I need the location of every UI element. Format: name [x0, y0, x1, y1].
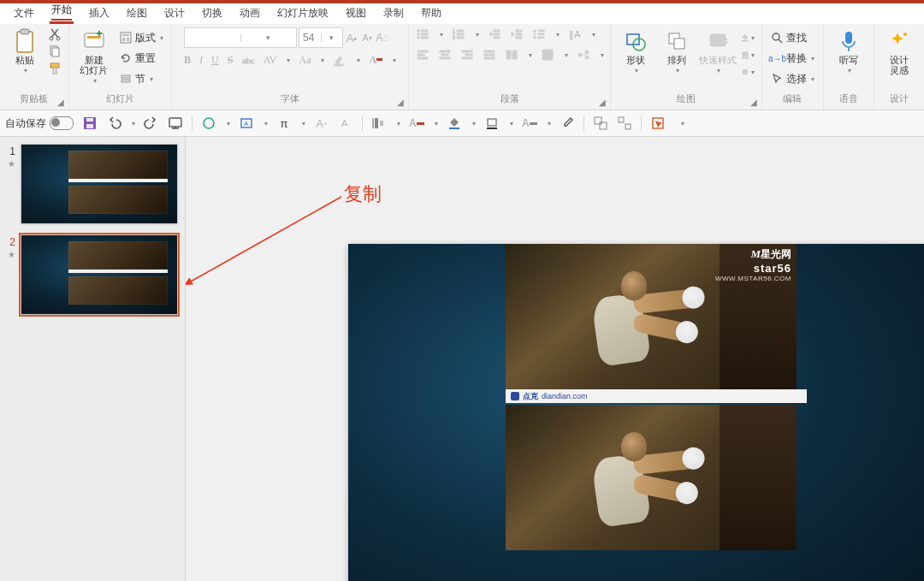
- align-center-icon[interactable]: [438, 48, 452, 62]
- slide-thumb-1[interactable]: 1★: [7, 144, 178, 224]
- svg-point-68: [773, 33, 779, 40]
- shape-outline-qat-icon[interactable]: [484, 116, 500, 131]
- font-name-combo[interactable]: ▾: [184, 27, 297, 48]
- svg-point-19: [417, 33, 419, 36]
- design-ideas-button[interactable]: 设计 灵感: [881, 27, 917, 75]
- format-painter-icon[interactable]: [48, 62, 62, 75]
- increase-font-icon[interactable]: A▴: [345, 31, 358, 44]
- font-size-combo[interactable]: 54▾: [299, 27, 343, 48]
- font-launcher-icon[interactable]: ◢: [395, 97, 406, 107]
- increase-indent-icon[interactable]: [510, 27, 524, 41]
- chevron-down-icon: ▾: [321, 33, 343, 42]
- smartart-icon[interactable]: [577, 48, 590, 62]
- select-button[interactable]: 选择▾: [768, 70, 816, 87]
- underline-button[interactable]: U: [211, 54, 219, 67]
- dictate-button[interactable]: 听写 ▾: [831, 27, 867, 74]
- ungroup-icon[interactable]: [617, 116, 632, 131]
- autosave-toggle[interactable]: 自动保存: [5, 116, 74, 131]
- font-color-icon[interactable]: A: [369, 53, 382, 67]
- change-case-button[interactable]: Aa: [299, 54, 311, 67]
- highlight-icon[interactable]: [333, 53, 346, 67]
- arrange-icon: [665, 29, 689, 53]
- menu-tab-插入[interactable]: 插入: [80, 1, 118, 24]
- menu-tab-视图[interactable]: 视图: [337, 1, 375, 24]
- layout-button[interactable]: 版式▾: [117, 29, 165, 46]
- font-color-qat-icon[interactable]: A: [409, 116, 424, 131]
- shape-outline-icon[interactable]: ▾: [741, 48, 755, 62]
- paste-button[interactable]: 粘贴 ▾: [7, 27, 43, 74]
- menu-tab-帮助[interactable]: 帮助: [412, 1, 450, 24]
- group-icon[interactable]: [593, 116, 608, 131]
- bullets-icon[interactable]: [416, 27, 429, 41]
- paragraph-launcher-icon[interactable]: ◢: [597, 97, 607, 107]
- decrease-font-icon[interactable]: A▾: [360, 31, 374, 44]
- menu-tab-绘图[interactable]: 绘图: [118, 1, 156, 24]
- slide-canvas-area[interactable]: M星光网 star56 WWW.MSTAR56.COM 点克 diandian.…: [186, 137, 924, 581]
- replace-button[interactable]: a→b替换▾: [768, 50, 816, 67]
- decrease-indent-icon[interactable]: [488, 27, 501, 41]
- find-button[interactable]: 查找: [768, 29, 816, 46]
- svg-rect-80: [449, 127, 459, 129]
- align-right-icon[interactable]: [460, 48, 474, 62]
- slide-thumbnail-panel[interactable]: 1★2★: [0, 137, 186, 581]
- redo-icon[interactable]: [144, 116, 159, 131]
- shadow-button[interactable]: abc: [241, 55, 254, 65]
- menu-tab-录制[interactable]: 录制: [375, 1, 412, 24]
- slide-image-bottom[interactable]: [506, 405, 797, 550]
- drawing-launcher-icon[interactable]: ◢: [749, 97, 759, 107]
- clear-formatting-icon[interactable]: A◌: [376, 31, 389, 44]
- shape-circle-icon[interactable]: [201, 116, 216, 131]
- arrange-button[interactable]: 排列 ▾: [659, 27, 695, 74]
- increase-font-qat-icon[interactable]: A+: [314, 116, 329, 131]
- justify-icon[interactable]: [483, 48, 496, 62]
- new-slide-button[interactable]: 新建 幻灯片 ▾: [76, 27, 112, 85]
- selection-pane-icon[interactable]: [650, 116, 666, 131]
- line-spacing-icon[interactable]: [532, 27, 546, 41]
- slide-thumbnail[interactable]: [21, 234, 178, 315]
- clipboard-launcher-icon[interactable]: ◢: [56, 97, 66, 107]
- reset-button[interactable]: 重置: [117, 50, 165, 67]
- chevron-down-icon: ▾: [22, 67, 27, 74]
- quick-styles-button[interactable]: Abc 快速样式 ▾: [700, 27, 736, 74]
- shapes-button[interactable]: 形状 ▾: [618, 27, 654, 74]
- char-spacing-button[interactable]: AV: [264, 54, 277, 67]
- equation-icon[interactable]: π: [276, 116, 292, 131]
- align-objects-icon[interactable]: [371, 116, 387, 131]
- undo-icon[interactable]: [106, 116, 121, 131]
- strike-button[interactable]: S: [228, 54, 234, 67]
- slide-canvas[interactable]: M星光网 star56 WWW.MSTAR56.COM 点克 diandian.…: [348, 244, 924, 581]
- slide-thumb-2[interactable]: 2★: [7, 234, 178, 315]
- slide-image-top[interactable]: M星光网 star56 WWW.MSTAR56.COM: [506, 244, 797, 389]
- slide-thumbnail[interactable]: [21, 144, 178, 224]
- copy-icon[interactable]: [48, 44, 62, 58]
- eyedropper-icon[interactable]: [560, 116, 575, 131]
- columns-icon[interactable]: [505, 48, 518, 62]
- menu-tab-幻灯片放映[interactable]: 幻灯片放映: [269, 1, 337, 24]
- svg-rect-41: [440, 50, 450, 52]
- svg-line-88: [189, 197, 341, 282]
- save-icon[interactable]: [82, 116, 98, 131]
- shape-fill-qat-icon[interactable]: [447, 116, 462, 131]
- decrease-font-qat-icon[interactable]: A-: [338, 116, 353, 131]
- text-effects-qat-icon[interactable]: A: [522, 116, 537, 131]
- shape-effects-icon[interactable]: ▾: [741, 65, 755, 79]
- cut-icon[interactable]: [48, 27, 62, 41]
- menu-tab-切换[interactable]: 切换: [193, 1, 231, 24]
- section-button[interactable]: 节▾: [117, 70, 165, 87]
- menu-tab-开始[interactable]: 开始: [43, 0, 80, 24]
- numbering-icon[interactable]: 123: [452, 27, 465, 41]
- bold-button[interactable]: B: [184, 54, 191, 67]
- text-direction-icon[interactable]: ‖A: [568, 27, 582, 41]
- slideshow-icon[interactable]: [168, 116, 183, 131]
- shape-fill-icon[interactable]: ▾: [741, 31, 755, 44]
- align-text-icon[interactable]: [541, 48, 554, 62]
- svg-rect-81: [488, 119, 496, 126]
- menu-tab-设计[interactable]: 设计: [156, 1, 193, 24]
- menu-tab-文件[interactable]: 文件: [5, 1, 43, 24]
- qat-customize-icon[interactable]: ▾: [679, 120, 684, 127]
- menu-tab-动画[interactable]: 动画: [231, 1, 269, 24]
- font-size-value: 54: [299, 32, 321, 44]
- textbox-icon[interactable]: A: [239, 116, 254, 131]
- italic-button[interactable]: I: [199, 54, 203, 67]
- align-left-icon[interactable]: [416, 48, 429, 62]
